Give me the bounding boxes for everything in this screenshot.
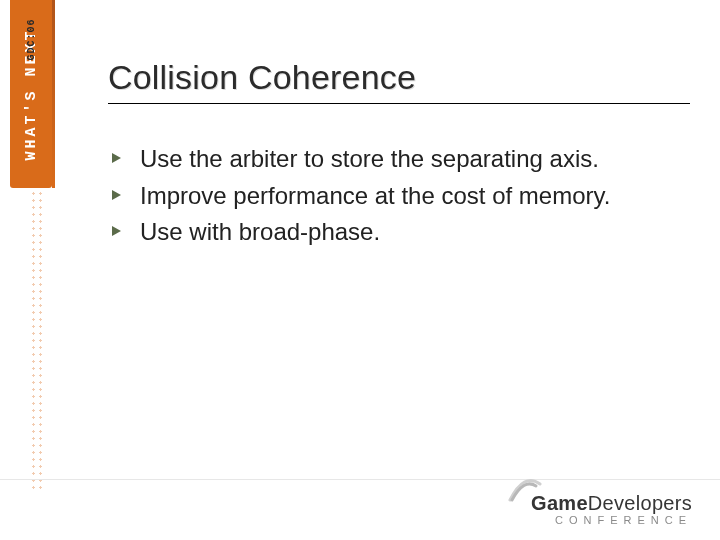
footer-divider xyxy=(0,479,720,480)
banner-dots-decoration xyxy=(30,190,44,490)
slide-title: Collision Coherence xyxy=(108,58,690,97)
footer-subline: CONFERENCE xyxy=(531,515,692,526)
footer-brand: GameDevelopers xyxy=(531,492,692,514)
whats-next-banner: WHAT'S NEXT GDC:06 xyxy=(10,0,52,188)
gdc-swoosh-icon xyxy=(506,470,542,506)
footer-brand-rest: Developers xyxy=(588,492,692,514)
slide-content: Collision Coherence Use the arbiter to s… xyxy=(108,58,690,460)
banner-gdc-label: GDC:06 xyxy=(26,18,37,60)
footer-logo: GameDevelopers CONFERENCE xyxy=(531,493,692,526)
bullet-list: Use the arbiter to store the separating … xyxy=(108,144,690,248)
title-underline xyxy=(108,103,690,104)
list-item: Use the arbiter to store the separating … xyxy=(108,144,690,175)
list-item: Use with broad-phase. xyxy=(108,217,690,248)
list-item: Improve performance at the cost of memor… xyxy=(108,181,690,212)
banner-notch xyxy=(52,0,55,188)
